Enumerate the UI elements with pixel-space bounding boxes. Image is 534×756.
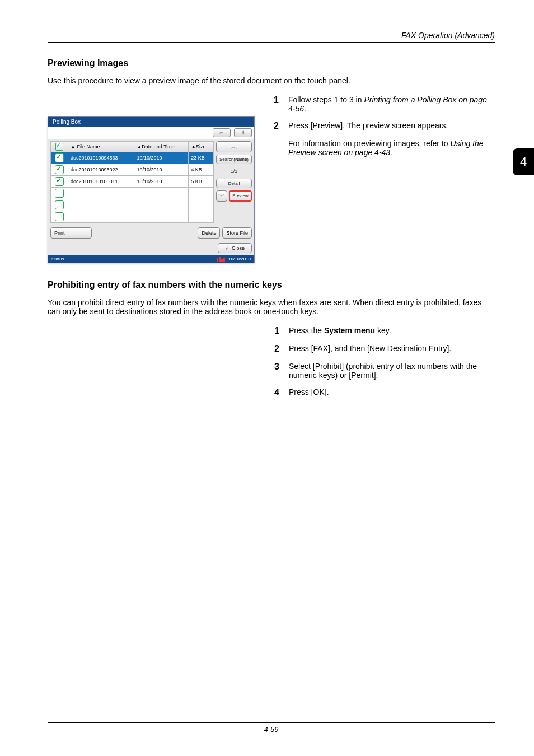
section1-title: Previewing Images bbox=[48, 58, 495, 68]
step-number: 1 bbox=[274, 326, 289, 336]
step-number: 1 bbox=[274, 95, 288, 113]
status-date: 10/10/2010 bbox=[228, 256, 251, 262]
step-number: 4 bbox=[274, 388, 289, 398]
col-filename[interactable]: ▲ File Name bbox=[68, 142, 134, 152]
close-button[interactable]: Close bbox=[218, 243, 252, 253]
table-row[interactable]: doc20101010100011 10/10/2010 5 KB bbox=[51, 176, 214, 188]
running-header: FAX Operation (Advanced) bbox=[48, 31, 495, 43]
step-text: Press the System menu key. bbox=[289, 326, 495, 336]
step-subtext: For information on previewing images, re… bbox=[288, 139, 495, 157]
detail-button[interactable]: Detail bbox=[216, 179, 252, 188]
row-checkbox[interactable] bbox=[55, 165, 64, 174]
page-indicator: 1/1 bbox=[216, 166, 252, 176]
col-select[interactable] bbox=[51, 142, 68, 152]
step-text: Press [OK]. bbox=[289, 388, 495, 398]
section2-title: Prohibiting entry of fax numbers with th… bbox=[48, 280, 495, 290]
section1-intro: Use this procedure to view a preview ima… bbox=[48, 76, 495, 85]
scroll-down-button[interactable]: ﹀ bbox=[216, 190, 227, 202]
delete-button[interactable]: Delete bbox=[198, 227, 220, 239]
chapter-tab: 4 bbox=[513, 148, 534, 175]
status-label[interactable]: Status bbox=[51, 256, 64, 262]
step-number: 2 bbox=[274, 121, 288, 131]
step-number: 2 bbox=[274, 344, 289, 354]
scroll-up-button[interactable]: ︿ bbox=[216, 141, 252, 152]
search-name-button[interactable]: Search(Name) bbox=[216, 155, 252, 164]
table-row[interactable] bbox=[51, 211, 214, 223]
step-text: Select [Prohibit] (prohibit entry of fax… bbox=[289, 362, 495, 380]
row-checkbox[interactable] bbox=[55, 200, 64, 209]
preview-button[interactable]: Preview bbox=[229, 190, 252, 202]
table-row[interactable]: doc20101010094533 10/10/2010 23 KB bbox=[51, 152, 214, 164]
table-row[interactable]: doc20101010095022 10/10/2010 4 KB bbox=[51, 164, 214, 176]
file-table: ▲ File Name ▲Date and Time ▲Size doc2010… bbox=[50, 141, 214, 223]
table-row[interactable] bbox=[51, 199, 214, 211]
grid-view-icon[interactable]: ⠿ bbox=[234, 128, 252, 137]
print-button[interactable]: Print bbox=[50, 227, 92, 239]
row-checkbox[interactable] bbox=[55, 212, 64, 221]
toner-icon bbox=[217, 257, 225, 262]
table-row[interactable] bbox=[51, 188, 214, 199]
step-number: 3 bbox=[274, 362, 289, 380]
row-checkbox[interactable] bbox=[55, 189, 64, 198]
step-text: Press [Preview]. The preview screen appe… bbox=[288, 121, 495, 131]
row-checkbox[interactable] bbox=[55, 153, 64, 162]
col-size[interactable]: ▲Size bbox=[189, 142, 214, 152]
touch-panel-mock: Polling Box ▭ ⠿ ▲ File Name ▲Date and Ti… bbox=[48, 116, 255, 263]
step-text: Follow steps 1 to 3 in Printing from a P… bbox=[288, 95, 495, 113]
store-file-button[interactable]: Store File bbox=[222, 227, 252, 239]
row-checkbox[interactable] bbox=[55, 177, 64, 186]
panel-title: Polling Box bbox=[48, 117, 254, 127]
page-number: 4-59 bbox=[48, 722, 495, 734]
step-text: Press [FAX], and then [New Destination E… bbox=[289, 344, 495, 354]
section2-intro: You can prohibit direct entry of fax num… bbox=[48, 298, 495, 316]
col-date[interactable]: ▲Date and Time bbox=[134, 142, 189, 152]
list-view-icon[interactable]: ▭ bbox=[213, 128, 231, 137]
